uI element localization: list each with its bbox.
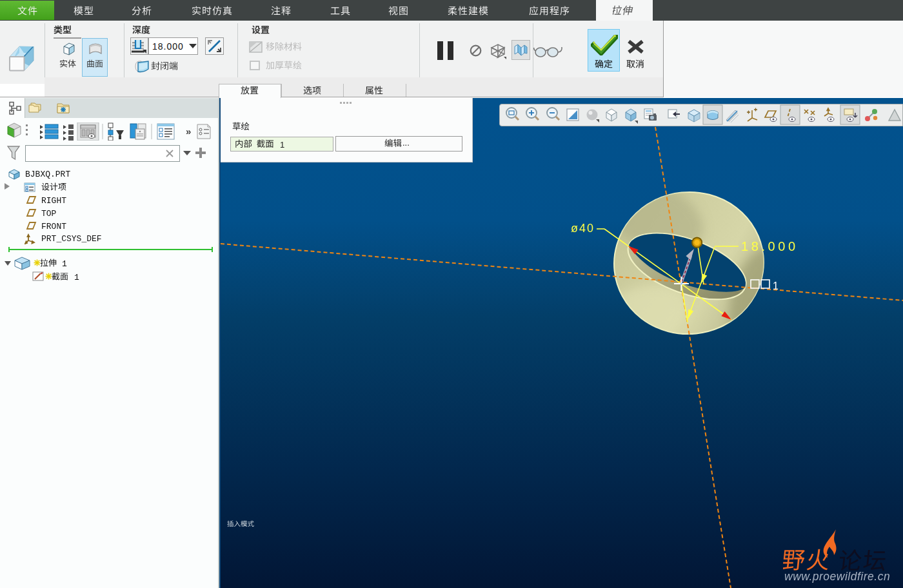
svg-text:»: » [186,126,191,137]
svg-text:18.000: 18.000 [741,239,799,253]
svg-text:1: 1 [773,280,779,291]
svg-text:ø40: ø40 [571,222,595,235]
